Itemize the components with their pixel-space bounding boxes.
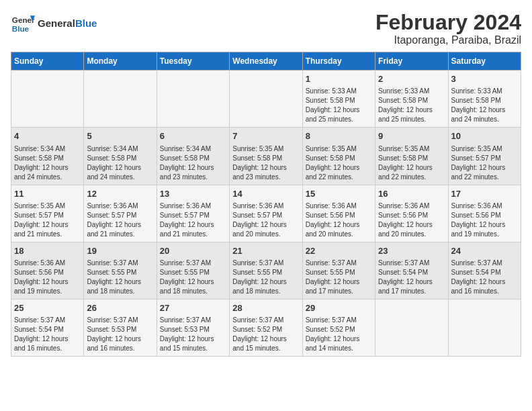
day-info: Sunrise: 5:35 AM Sunset: 5:58 PM Dayligh…: [306, 144, 372, 182]
calendar-week-row: 11Sunrise: 5:35 AM Sunset: 5:57 PM Dayli…: [11, 185, 521, 242]
calendar-cell: [230, 71, 302, 128]
day-info: Sunrise: 5:34 AM Sunset: 5:58 PM Dayligh…: [160, 144, 226, 182]
day-info: Sunrise: 5:36 AM Sunset: 5:56 PM Dayligh…: [14, 259, 81, 296]
calendar-week-row: 18Sunrise: 5:36 AM Sunset: 5:56 PM Dayli…: [11, 242, 521, 299]
calendar-cell: 14Sunrise: 5:36 AM Sunset: 5:57 PM Dayli…: [230, 185, 302, 242]
logo: General Blue GeneralBlue: [11, 11, 97, 35]
calendar-cell: 18Sunrise: 5:36 AM Sunset: 5:56 PM Dayli…: [11, 242, 84, 299]
day-info: Sunrise: 5:35 AM Sunset: 5:57 PM Dayligh…: [14, 201, 81, 239]
day-number: 3: [451, 73, 518, 85]
calendar-cell: [11, 71, 84, 128]
calendar-header-row: SundayMondayTuesdayWednesdayThursdayFrid…: [11, 52, 521, 71]
day-info: Sunrise: 5:37 AM Sunset: 5:54 PM Dayligh…: [378, 259, 445, 296]
day-info: Sunrise: 5:37 AM Sunset: 5:55 PM Dayligh…: [232, 259, 299, 296]
day-number: 14: [232, 188, 299, 200]
day-number: 21: [232, 245, 299, 257]
day-number: 15: [306, 188, 372, 200]
day-number: 23: [378, 245, 445, 257]
day-info: Sunrise: 5:37 AM Sunset: 5:53 PM Dayligh…: [87, 316, 153, 353]
day-number: 27: [160, 302, 226, 314]
day-info: Sunrise: 5:36 AM Sunset: 5:57 PM Dayligh…: [160, 201, 226, 239]
title-block: February 2024 Itaporanga, Paraiba, Brazi…: [375, 11, 521, 46]
day-info: Sunrise: 5:34 AM Sunset: 5:58 PM Dayligh…: [87, 144, 153, 182]
calendar-cell: 22Sunrise: 5:37 AM Sunset: 5:55 PM Dayli…: [302, 242, 375, 299]
calendar-cell: 13Sunrise: 5:36 AM Sunset: 5:57 PM Dayli…: [157, 185, 229, 242]
day-number: 26: [87, 302, 153, 314]
calendar-cell: 8Sunrise: 5:35 AM Sunset: 5:58 PM Daylig…: [302, 128, 375, 185]
day-info: Sunrise: 5:36 AM Sunset: 5:56 PM Dayligh…: [451, 201, 518, 239]
header-monday: Monday: [84, 52, 157, 71]
calendar-table: SundayMondayTuesdayWednesdayThursdayFrid…: [11, 52, 521, 357]
day-info: Sunrise: 5:36 AM Sunset: 5:57 PM Dayligh…: [232, 201, 299, 239]
calendar-cell: 20Sunrise: 5:37 AM Sunset: 5:55 PM Dayli…: [157, 242, 229, 299]
calendar-cell: [448, 299, 521, 356]
day-number: 1: [306, 73, 372, 85]
calendar-cell: 29Sunrise: 5:37 AM Sunset: 5:52 PM Dayli…: [302, 299, 375, 356]
day-info: Sunrise: 5:34 AM Sunset: 5:58 PM Dayligh…: [14, 144, 81, 182]
calendar-cell: 23Sunrise: 5:37 AM Sunset: 5:54 PM Dayli…: [375, 242, 448, 299]
calendar-week-row: 25Sunrise: 5:37 AM Sunset: 5:54 PM Dayli…: [11, 299, 521, 356]
calendar-cell: [375, 299, 448, 356]
calendar-cell: 21Sunrise: 5:37 AM Sunset: 5:55 PM Dayli…: [230, 242, 302, 299]
day-info: Sunrise: 5:37 AM Sunset: 5:52 PM Dayligh…: [306, 316, 372, 353]
day-number: 5: [87, 130, 153, 142]
day-number: 6: [160, 130, 226, 142]
day-info: Sunrise: 5:35 AM Sunset: 5:57 PM Dayligh…: [451, 144, 518, 182]
calendar-cell: 15Sunrise: 5:36 AM Sunset: 5:56 PM Dayli…: [302, 185, 375, 242]
day-number: 12: [87, 188, 153, 200]
logo-blue: Blue: [75, 17, 97, 29]
calendar-cell: 4Sunrise: 5:34 AM Sunset: 5:58 PM Daylig…: [11, 128, 84, 185]
calendar-cell: 10Sunrise: 5:35 AM Sunset: 5:57 PM Dayli…: [448, 128, 521, 185]
day-number: 7: [232, 130, 299, 142]
header-saturday: Saturday: [448, 52, 521, 71]
calendar-cell: 27Sunrise: 5:37 AM Sunset: 5:53 PM Dayli…: [157, 299, 229, 356]
calendar-cell: 16Sunrise: 5:36 AM Sunset: 5:56 PM Dayli…: [375, 185, 448, 242]
day-info: Sunrise: 5:37 AM Sunset: 5:54 PM Dayligh…: [451, 259, 518, 296]
page-header: General Blue GeneralBlue February 2024 I…: [11, 11, 521, 46]
day-number: 18: [14, 245, 81, 257]
day-number: 2: [378, 73, 445, 85]
calendar-cell: 9Sunrise: 5:35 AM Sunset: 5:58 PM Daylig…: [375, 128, 448, 185]
calendar-cell: 26Sunrise: 5:37 AM Sunset: 5:53 PM Dayli…: [84, 299, 157, 356]
calendar-cell: [157, 71, 229, 128]
header-wednesday: Wednesday: [230, 52, 302, 71]
calendar-cell: 6Sunrise: 5:34 AM Sunset: 5:58 PM Daylig…: [157, 128, 229, 185]
page-subtitle: Itaporanga, Paraiba, Brazil: [375, 34, 521, 46]
day-number: 29: [306, 302, 372, 314]
header-sunday: Sunday: [11, 52, 84, 71]
calendar-cell: 24Sunrise: 5:37 AM Sunset: 5:54 PM Dayli…: [448, 242, 521, 299]
day-number: 16: [378, 188, 445, 200]
calendar-cell: 2Sunrise: 5:33 AM Sunset: 5:58 PM Daylig…: [375, 71, 448, 128]
day-info: Sunrise: 5:37 AM Sunset: 5:55 PM Dayligh…: [306, 259, 372, 296]
day-number: 11: [14, 188, 81, 200]
day-number: 4: [14, 130, 81, 142]
calendar-cell: 3Sunrise: 5:33 AM Sunset: 5:58 PM Daylig…: [448, 71, 521, 128]
day-info: Sunrise: 5:33 AM Sunset: 5:58 PM Dayligh…: [306, 87, 372, 124]
calendar-cell: 25Sunrise: 5:37 AM Sunset: 5:54 PM Dayli…: [11, 299, 84, 356]
header-friday: Friday: [375, 52, 448, 71]
calendar-cell: 7Sunrise: 5:35 AM Sunset: 5:58 PM Daylig…: [230, 128, 302, 185]
calendar-cell: 11Sunrise: 5:35 AM Sunset: 5:57 PM Dayli…: [11, 185, 84, 242]
day-number: 9: [378, 130, 445, 142]
calendar-cell: 19Sunrise: 5:37 AM Sunset: 5:55 PM Dayli…: [84, 242, 157, 299]
day-info: Sunrise: 5:37 AM Sunset: 5:52 PM Dayligh…: [232, 316, 299, 353]
day-number: 8: [306, 130, 372, 142]
svg-text:Blue: Blue: [12, 24, 30, 33]
day-number: 13: [160, 188, 226, 200]
day-info: Sunrise: 5:36 AM Sunset: 5:56 PM Dayligh…: [378, 201, 445, 239]
day-number: 10: [451, 130, 518, 142]
day-info: Sunrise: 5:37 AM Sunset: 5:54 PM Dayligh…: [14, 316, 81, 353]
day-info: Sunrise: 5:37 AM Sunset: 5:55 PM Dayligh…: [160, 259, 226, 296]
calendar-week-row: 1Sunrise: 5:33 AM Sunset: 5:58 PM Daylig…: [11, 71, 521, 128]
day-number: 22: [306, 245, 372, 257]
day-info: Sunrise: 5:37 AM Sunset: 5:53 PM Dayligh…: [160, 316, 226, 353]
day-info: Sunrise: 5:37 AM Sunset: 5:55 PM Dayligh…: [87, 259, 153, 296]
day-info: Sunrise: 5:36 AM Sunset: 5:57 PM Dayligh…: [87, 201, 153, 239]
calendar-cell: 1Sunrise: 5:33 AM Sunset: 5:58 PM Daylig…: [302, 71, 375, 128]
day-number: 19: [87, 245, 153, 257]
calendar-cell: [84, 71, 157, 128]
calendar-cell: 17Sunrise: 5:36 AM Sunset: 5:56 PM Dayli…: [448, 185, 521, 242]
header-tuesday: Tuesday: [157, 52, 229, 71]
day-number: 24: [451, 245, 518, 257]
day-number: 25: [14, 302, 81, 314]
